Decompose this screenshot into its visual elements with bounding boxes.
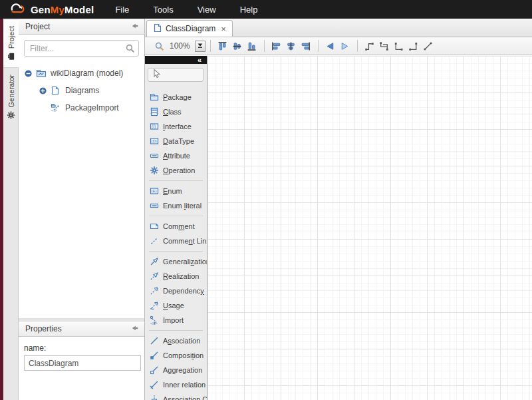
- import-icon: <I>: [150, 315, 159, 325]
- palette-item-operation[interactable]: Operation: [145, 163, 207, 178]
- usage-icon: [150, 301, 159, 310]
- menu-view[interactable]: View: [186, 0, 228, 19]
- palette-item-class[interactable]: Class: [145, 104, 207, 119]
- svg-text:<I>: <I>: [150, 321, 156, 325]
- palette-item-enum[interactable]: (E)Enum: [145, 184, 207, 198]
- connector-corner-up-button[interactable]: [406, 39, 421, 53]
- tool-palette: « Package Class (I)Interface (D)DataType…: [145, 56, 207, 400]
- tree-item-wikidiagram[interactable]: wikiDiagram (model): [24, 65, 139, 82]
- attribute-icon: [150, 151, 159, 160]
- palette-separator: [149, 216, 203, 216]
- menu-file[interactable]: File: [103, 0, 141, 19]
- editor-tab-bar: ClassDiagram ×: [145, 19, 532, 37]
- tab-close-icon[interactable]: ×: [221, 24, 226, 34]
- palette-item-composition[interactable]: Composition: [145, 348, 207, 363]
- align-middle-button[interactable]: [230, 39, 245, 53]
- palette-item-enum-literal[interactable]: Enum literal: [145, 198, 207, 213]
- svg-text:(E): (E): [152, 189, 157, 193]
- zoom-level-value: 100%: [170, 41, 190, 51]
- project-panel-header: Project: [19, 19, 144, 35]
- palette-item-package[interactable]: Package: [145, 90, 207, 104]
- dependency-icon: [150, 286, 159, 296]
- palette-item-realization[interactable]: Realization: [145, 269, 207, 284]
- palette-item-usage[interactable]: Usage: [145, 298, 207, 313]
- datatype-icon: (D): [150, 136, 159, 146]
- inner-relation-icon: [150, 380, 159, 389]
- diagram-canvas[interactable]: [207, 56, 532, 400]
- palette-item-association-cl[interactable]: Association Cl...: [145, 392, 207, 400]
- palette-item-datatype[interactable]: (D)DataType: [145, 134, 207, 148]
- collapse-left-icon: [131, 324, 139, 334]
- project-panel-body: wikiDiagram (model) Diagrams <I> Package…: [19, 35, 144, 318]
- zoom-icon[interactable]: [152, 39, 166, 53]
- side-tab-strip: Project Generator: [3, 19, 19, 400]
- cursor-icon: [152, 69, 161, 81]
- enum-literal-icon: [150, 201, 159, 210]
- dropdown-arrow-icon: [197, 41, 203, 51]
- menu-help[interactable]: Help: [228, 0, 270, 19]
- align-bottom-icon: [247, 41, 257, 51]
- diagram-icon: [153, 23, 162, 35]
- tree-item-packageimport[interactable]: <I> PackageImport: [24, 99, 139, 116]
- toolbar-separator: [210, 40, 211, 52]
- realization-icon: [150, 272, 159, 281]
- palette-item-attribute[interactable]: Attribute: [145, 148, 207, 163]
- svg-text:(I): (I): [152, 124, 156, 129]
- palette-item-generalization[interactable]: Generalization: [145, 254, 207, 269]
- left-panel-column: Project wikiDiagram (model) Diagrams <I>…: [19, 19, 145, 400]
- side-tab-generator[interactable]: Generator: [3, 68, 19, 126]
- svg-text:<I>: <I>: [51, 108, 57, 112]
- palette-item-comment-link[interactable]: Comment Link: [145, 234, 207, 248]
- connector-oblique-button[interactable]: [421, 39, 436, 53]
- properties-collapse-button[interactable]: [131, 324, 139, 334]
- diagram-icon: [51, 86, 59, 95]
- flip-right-button[interactable]: [338, 39, 352, 53]
- menubar: FileToolsViewHelp: [103, 0, 269, 19]
- palette-collapse-button[interactable]: «: [145, 56, 207, 64]
- connector-corner-down-icon: [394, 41, 404, 51]
- align-right-button[interactable]: [299, 39, 313, 53]
- align-left-button[interactable]: [269, 39, 284, 53]
- filter-input[interactable]: [24, 40, 139, 57]
- collapse-chevrons-label: «: [198, 56, 202, 64]
- connector-corner-down-button[interactable]: [392, 39, 406, 53]
- app-title: GenMyModel: [31, 4, 94, 15]
- palette-item-comment[interactable]: Comment: [145, 219, 207, 234]
- side-tab-project[interactable]: Project: [3, 19, 19, 68]
- comment-icon: [150, 222, 159, 231]
- align-bottom-button[interactable]: [245, 39, 259, 53]
- gear-icon: [7, 111, 15, 120]
- palette-item-inner-relation[interactable]: Inner relation: [145, 377, 207, 392]
- palette-separator: [149, 330, 203, 331]
- palette-item-import[interactable]: <I>Import: [145, 313, 207, 327]
- tree-item-diagrams[interactable]: Diagrams: [24, 82, 139, 99]
- align-center-button[interactable]: [284, 39, 299, 53]
- aggregation-icon: [150, 365, 159, 375]
- project-collapse-button[interactable]: [131, 22, 139, 32]
- diagram-toolbar: 100%: [145, 37, 532, 55]
- generalization-icon: [150, 257, 159, 266]
- palette-item-association[interactable]: Association: [145, 333, 207, 348]
- palette-item-aggregation[interactable]: Aggregation: [145, 363, 207, 377]
- selection-tool-button[interactable]: [148, 68, 203, 82]
- align-top-button[interactable]: [215, 39, 230, 53]
- properties-panel-body: name:: [19, 337, 144, 377]
- flip-left-button[interactable]: [323, 39, 338, 53]
- project-tree: wikiDiagram (model) Diagrams <I> Package…: [24, 65, 139, 116]
- connector-step-button[interactable]: [362, 39, 377, 53]
- name-field-input[interactable]: [24, 355, 141, 371]
- flip-left-icon: [325, 41, 335, 51]
- connector-overlap-button[interactable]: [377, 39, 392, 53]
- menu-tools[interactable]: Tools: [141, 0, 185, 19]
- palette-item-dependency[interactable]: Dependency: [145, 284, 207, 298]
- operation-icon: [150, 166, 159, 175]
- connector-oblique-icon: [423, 41, 433, 51]
- properties-panel-header: Properties: [19, 321, 144, 337]
- align-middle-icon: [232, 41, 242, 51]
- zoom-dropdown-button[interactable]: [195, 41, 205, 52]
- palette-item-interface[interactable]: (I)Interface: [145, 119, 207, 134]
- composition-icon: [150, 351, 159, 360]
- top-menu-bar: GenMyModel FileToolsViewHelp: [0, 0, 532, 19]
- connector-step-icon: [364, 41, 374, 51]
- tab-classdiagram[interactable]: ClassDiagram ×: [146, 20, 233, 37]
